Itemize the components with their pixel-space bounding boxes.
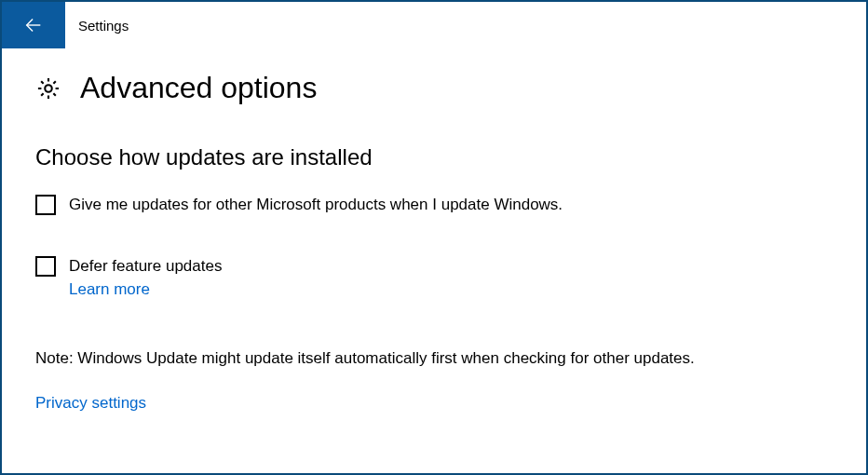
microsoft-products-option: Give me updates for other Microsoft prod… [35,195,833,215]
microsoft-products-checkbox[interactable] [35,195,56,215]
header-title: Settings [78,18,129,34]
svg-point-1 [45,85,51,91]
microsoft-products-label: Give me updates for other Microsoft prod… [69,196,563,214]
defer-updates-label: Defer feature updates [69,257,222,276]
back-button[interactable] [2,2,65,48]
gear-icon [35,75,61,102]
page-title: Advanced options [80,71,317,105]
learn-more-link[interactable]: Learn more [69,280,150,299]
defer-updates-option: Defer feature updates [35,256,833,277]
page-title-row: Advanced options [35,71,833,105]
defer-updates-checkbox[interactable] [35,256,56,277]
header: Settings [2,2,866,48]
section-title: Choose how updates are installed [35,144,833,170]
note-text: Note: Windows Update might update itself… [35,349,833,368]
content-area: Advanced options Choose how updates are … [2,48,866,413]
privacy-settings-link[interactable]: Privacy settings [35,394,146,413]
back-arrow-icon [23,15,44,35]
